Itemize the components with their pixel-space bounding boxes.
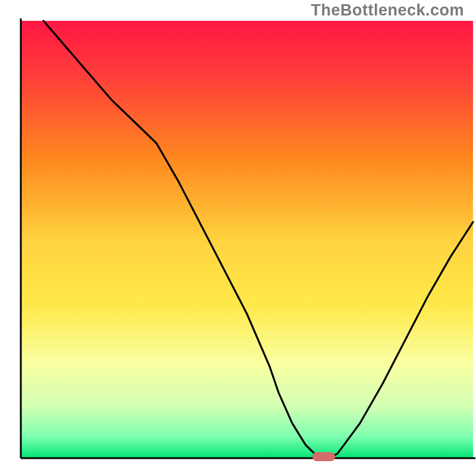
optimal-marker bbox=[312, 452, 335, 461]
chart-container: TheBottleneck.com bbox=[0, 0, 476, 476]
gradient-background bbox=[21, 21, 473, 458]
watermark-text: TheBottleneck.com bbox=[311, 1, 464, 20]
chart-svg bbox=[0, 0, 476, 476]
